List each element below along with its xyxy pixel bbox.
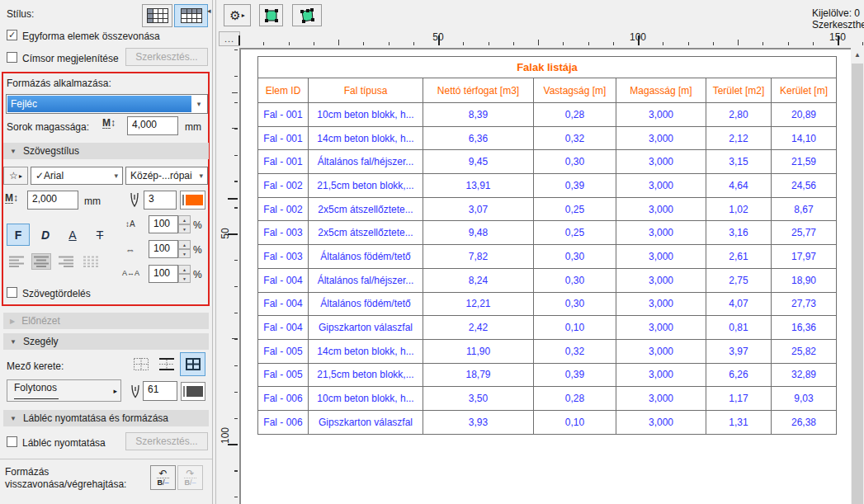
cell-thickness[interactable]: 0,10 bbox=[534, 410, 616, 434]
cell-element-id[interactable]: Fal - 001 bbox=[258, 150, 309, 174]
drawing-area[interactable]: Falak listája Elem IDFal típusaNettó tér… bbox=[239, 48, 851, 504]
section-border[interactable]: ▼ Szegély bbox=[3, 333, 209, 350]
cell-wall-type[interactable]: 2x5cm átszellőztete... bbox=[309, 197, 423, 221]
cell-area[interactable]: 3,16 bbox=[706, 221, 772, 245]
frame-horizontal-button[interactable] bbox=[156, 354, 177, 374]
footer-print-checkbox[interactable] bbox=[7, 436, 17, 447]
table-title[interactable]: Falak listája bbox=[258, 57, 837, 78]
width-factor-stepper[interactable]: ▲▼ bbox=[178, 240, 191, 258]
cell-thickness[interactable]: 0,32 bbox=[534, 339, 616, 363]
section-footer[interactable]: ▼ Lábléc nyomtatása és formázása bbox=[3, 410, 209, 426]
cell-wall-type[interactable]: Általános fal/héjszer... bbox=[309, 268, 423, 292]
text-pen-color-button[interactable] bbox=[180, 191, 205, 210]
merge-identical-checkbox[interactable]: ✓ bbox=[7, 30, 17, 40]
table-title-row[interactable]: Falak listája bbox=[258, 57, 837, 78]
favorites-button[interactable]: ☆ ▸ bbox=[3, 167, 28, 185]
ruler-options-button[interactable]: ... bbox=[219, 31, 240, 46]
cell-wall-type[interactable]: 21,5cm beton blokk,... bbox=[309, 174, 423, 198]
cell-perimeter[interactable]: 9,03 bbox=[772, 387, 837, 411]
align-center-button[interactable] bbox=[31, 253, 51, 270]
cell-thickness[interactable]: 0,28 bbox=[534, 387, 616, 411]
cell-area[interactable]: 4,64 bbox=[706, 174, 772, 198]
cell-element-id[interactable]: Fal - 001 bbox=[258, 103, 309, 127]
font-dropdown[interactable]: ✓ Arial ▾ bbox=[31, 167, 123, 185]
cell-perimeter[interactable]: 24,56 bbox=[772, 174, 837, 198]
strikethrough-button[interactable]: T bbox=[88, 224, 111, 246]
cell-wall-type[interactable]: Gipszkarton válaszfal bbox=[309, 316, 423, 340]
border-pen-color-button[interactable] bbox=[181, 382, 205, 401]
cell-height[interactable]: 3,000 bbox=[616, 363, 706, 387]
style-left-headers-button[interactable] bbox=[142, 4, 172, 27]
table-row[interactable]: Fal - 001 10cm beton blokk, h... 8,39 0,… bbox=[258, 103, 837, 127]
line-type-dropdown[interactable]: Folytonos ▸ bbox=[7, 379, 121, 402]
cell-thickness[interactable]: 0,30 bbox=[534, 245, 616, 269]
cell-net-volume[interactable]: 7,82 bbox=[423, 245, 534, 269]
column-header[interactable]: Kerület [m] bbox=[772, 78, 837, 103]
table-row[interactable]: Fal - 006 Gipszkarton válaszfal 3,93 0,1… bbox=[258, 410, 837, 434]
align-left-button[interactable] bbox=[7, 253, 26, 270]
cell-thickness[interactable]: 0,28 bbox=[534, 103, 616, 127]
cell-element-id[interactable]: Fal - 004 bbox=[258, 292, 309, 316]
cell-wall-type[interactable]: Gipszkarton válaszfal bbox=[309, 410, 423, 434]
cell-area[interactable]: 2,61 bbox=[706, 245, 772, 269]
cell-height[interactable]: 3,000 bbox=[616, 103, 706, 127]
vertical-scrollbar[interactable]: ▲ bbox=[851, 48, 864, 504]
cell-perimeter[interactable]: 16,36 bbox=[772, 316, 837, 340]
cell-net-volume[interactable]: 8,39 bbox=[423, 103, 534, 127]
cell-height[interactable]: 3,000 bbox=[616, 245, 706, 269]
cell-area[interactable]: 4,07 bbox=[706, 292, 772, 316]
cell-area[interactable]: 2,12 bbox=[706, 126, 772, 150]
format-redo-button[interactable]: ↷ B/– bbox=[177, 465, 203, 490]
column-header[interactable]: Elem ID bbox=[258, 78, 309, 103]
cell-perimeter[interactable]: 14,10 bbox=[772, 126, 837, 150]
border-pen-input[interactable]: 61 bbox=[143, 381, 177, 401]
cell-area[interactable]: 2,80 bbox=[706, 103, 772, 127]
cell-thickness[interactable]: 0,30 bbox=[534, 150, 616, 174]
width-factor-input[interactable]: 100 bbox=[149, 240, 178, 258]
cell-wall-type[interactable]: 10cm beton blokk, h... bbox=[309, 387, 423, 411]
cell-height[interactable]: 3,000 bbox=[616, 150, 706, 174]
cell-wall-type[interactable]: Általános födém/tető bbox=[309, 245, 423, 269]
cell-height[interactable]: 3,000 bbox=[616, 387, 706, 411]
cell-perimeter[interactable]: 26,38 bbox=[772, 410, 837, 434]
table-row[interactable]: Fal - 004 Általános födém/tető 12,21 0,3… bbox=[258, 292, 837, 316]
table-row[interactable]: Fal - 004 Általános fal/héjszer... 8,24 … bbox=[258, 268, 837, 292]
cell-perimeter[interactable]: 25,77 bbox=[772, 221, 837, 245]
cell-net-volume[interactable]: 3,07 bbox=[423, 197, 534, 221]
cell-height[interactable]: 3,000 bbox=[616, 221, 706, 245]
frame-none-button[interactable] bbox=[130, 354, 152, 374]
cell-height[interactable]: 3,000 bbox=[616, 268, 706, 292]
cell-area[interactable]: 6,26 bbox=[706, 363, 772, 387]
align-right-button[interactable] bbox=[56, 253, 76, 270]
table-row[interactable]: Fal - 006 10cm beton blokk, h... 3,50 0,… bbox=[258, 387, 837, 411]
cell-element-id[interactable]: Fal - 004 bbox=[258, 268, 309, 292]
cell-perimeter[interactable]: 32,89 bbox=[772, 363, 837, 387]
scrollbar-thumb[interactable] bbox=[852, 64, 863, 504]
bold-button[interactable]: F bbox=[7, 224, 30, 246]
cell-net-volume[interactable]: 3,50 bbox=[423, 387, 534, 411]
column-header[interactable]: Magasság [m] bbox=[616, 78, 706, 103]
cell-area[interactable]: 1,17 bbox=[706, 387, 772, 411]
row-height-input[interactable]: 4,000 bbox=[127, 116, 178, 135]
scroll-up-button[interactable]: ▲ bbox=[851, 48, 864, 62]
cell-area[interactable]: 2,75 bbox=[706, 268, 772, 292]
show-title-row-checkbox[interactable] bbox=[7, 52, 17, 63]
cell-thickness[interactable]: 0,32 bbox=[534, 126, 616, 150]
title-edit-button[interactable]: Szerkesztés... bbox=[125, 48, 208, 66]
section-preview[interactable]: ▶ Előnézet bbox=[3, 313, 209, 329]
table-row[interactable]: Fal - 003 2x5cm átszellőztete... 9,48 0,… bbox=[258, 221, 837, 245]
cell-thickness[interactable]: 0,25 bbox=[534, 197, 616, 221]
column-header[interactable]: Fal típusa bbox=[309, 78, 423, 103]
collapse-panel-icon[interactable]: ◂ bbox=[207, 7, 211, 15]
cell-height[interactable]: 3,000 bbox=[616, 410, 706, 434]
cell-element-id[interactable]: Fal - 002 bbox=[258, 174, 309, 198]
encoding-dropdown[interactable]: Közép-...rópai ▾ bbox=[125, 167, 208, 185]
cell-perimeter[interactable]: 27,73 bbox=[772, 292, 837, 316]
cell-net-volume[interactable]: 18,79 bbox=[423, 363, 534, 387]
cell-element-id[interactable]: Fal - 005 bbox=[258, 339, 309, 363]
format-undo-button[interactable]: ↶ B/– bbox=[150, 465, 176, 490]
cell-area[interactable]: 0,81 bbox=[706, 316, 772, 340]
cell-thickness[interactable]: 0,25 bbox=[534, 221, 616, 245]
cell-wall-type[interactable]: 14cm beton blokk, h... bbox=[309, 339, 423, 363]
cell-element-id[interactable]: Fal - 003 bbox=[258, 221, 309, 245]
